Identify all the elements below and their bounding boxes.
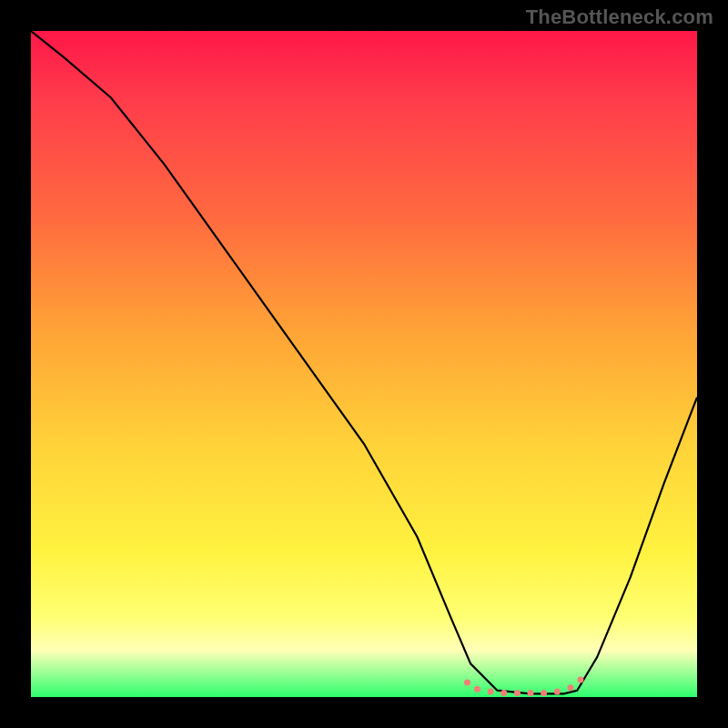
chart-container: TheBottleneck.com bbox=[0, 0, 728, 728]
valley-dot bbox=[577, 677, 583, 683]
plot-area bbox=[31, 31, 697, 697]
chart-svg bbox=[31, 31, 697, 697]
valley-dot bbox=[514, 690, 521, 696]
valley-dot bbox=[500, 690, 507, 696]
valley-dot bbox=[567, 684, 573, 691]
valley-dot bbox=[464, 679, 470, 685]
valley-dot bbox=[541, 690, 547, 696]
valley-dot bbox=[474, 686, 480, 693]
watermark-text: TheBottleneck.com bbox=[526, 5, 713, 29]
valley-dot bbox=[488, 689, 494, 695]
valley-dot bbox=[528, 690, 534, 696]
bottleneck-curve-path bbox=[31, 31, 697, 693]
valley-dot bbox=[554, 689, 561, 695]
